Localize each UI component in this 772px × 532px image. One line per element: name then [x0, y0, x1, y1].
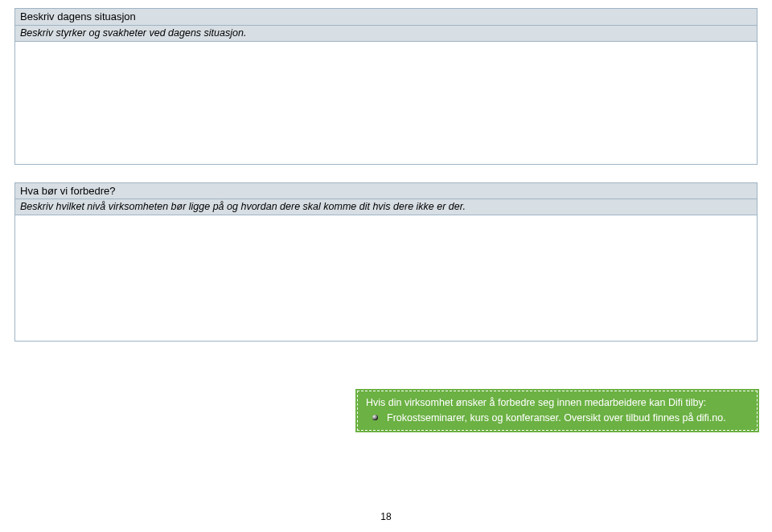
section-improve: Hva bør vi forbedre? Beskriv hvilket niv… — [14, 182, 758, 216]
section2-title: Hva bør vi forbedre? — [15, 183, 757, 200]
callout-list: Frokostseminarer, kurs og konferanser. O… — [366, 411, 749, 425]
callout-item: Frokostseminarer, kurs og konferanser. O… — [377, 411, 749, 425]
callout-box: Hvis din virksomhet ønsker å forbedre se… — [357, 391, 758, 431]
section1-title: Beskriv dagens situasjon — [15, 9, 757, 26]
section-current-situation: Beskriv dagens situasjon Beskriv styrker… — [14, 8, 758, 42]
page-number: 18 — [380, 511, 391, 522]
section1-body[interactable] — [15, 42, 757, 164]
page: Beskriv dagens situasjon Beskriv styrker… — [0, 0, 772, 532]
callout-intro: Hvis din virksomhet ønsker å forbedre se… — [366, 396, 749, 410]
section2-body[interactable] — [15, 215, 757, 341]
section2-body-wrap — [14, 215, 758, 342]
section1-subtitle: Beskriv styrker og svakheter ved dagens … — [15, 26, 757, 41]
callout-item-text: Frokostseminarer, kurs og konferanser. O… — [387, 412, 726, 424]
section2-subtitle: Beskriv hvilket nivå virksomheten bør li… — [15, 199, 757, 215]
bullet-icon — [372, 415, 378, 420]
section1-body-wrap — [14, 42, 758, 165]
